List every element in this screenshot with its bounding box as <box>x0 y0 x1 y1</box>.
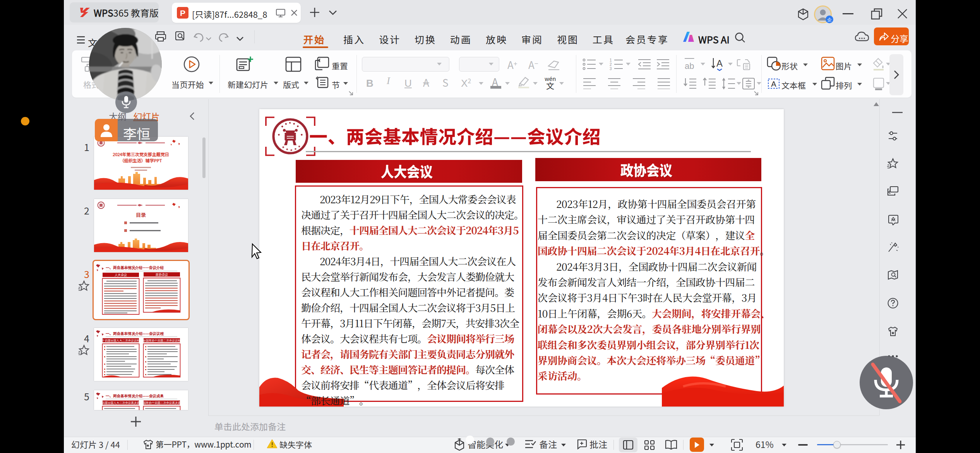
svg-text:政协会议: 政协会议 <box>155 272 168 276</box>
svg-text:2024年第三次党支部主题党日: 2024年第三次党支部主题党日 <box>113 151 169 157</box>
svg-text:十四届全国人大二次会议表决通过: 十四届全国人大二次会议表决通过 <box>99 400 143 405</box>
svg-text:P: P <box>180 9 185 17</box>
svg-text:3: 3 <box>610 67 612 70</box>
svg-text:一、两会基本情况介绍——会议成果: 一、两会基本情况介绍——会议成果 <box>106 393 164 398</box>
svg-text:十四届全国人大二次会议议程: 十四届全国人大二次会议议程 <box>102 338 140 342</box>
svg-text:全国政协十四届二次会议议程: 全国政协十四届二次会议议程 <box>143 338 181 342</box>
svg-text:一、两会基本情况介绍——会议介绍: 一、两会基本情况介绍——会议介绍 <box>106 265 164 270</box>
svg-text:1: 1 <box>610 58 612 62</box>
svg-text:A: A <box>716 58 723 69</box>
svg-text:人大会议: 人大会议 <box>115 272 127 277</box>
svg-text:目录: 目录 <box>136 211 146 218</box>
svg-text:A: A <box>771 80 776 88</box>
svg-text:2: 2 <box>610 62 612 67</box>
svg-text:全国政协十四届二次会议表决通过: 全国政协十四届二次会议表决通过 <box>140 400 184 405</box>
svg-text:（组织生活）辅学PPT: （组织生活）辅学PPT <box>120 157 162 163</box>
svg-text:一、两会基本情况介绍——会议议程: 一、两会基本情况介绍——会议议程 <box>106 331 164 336</box>
